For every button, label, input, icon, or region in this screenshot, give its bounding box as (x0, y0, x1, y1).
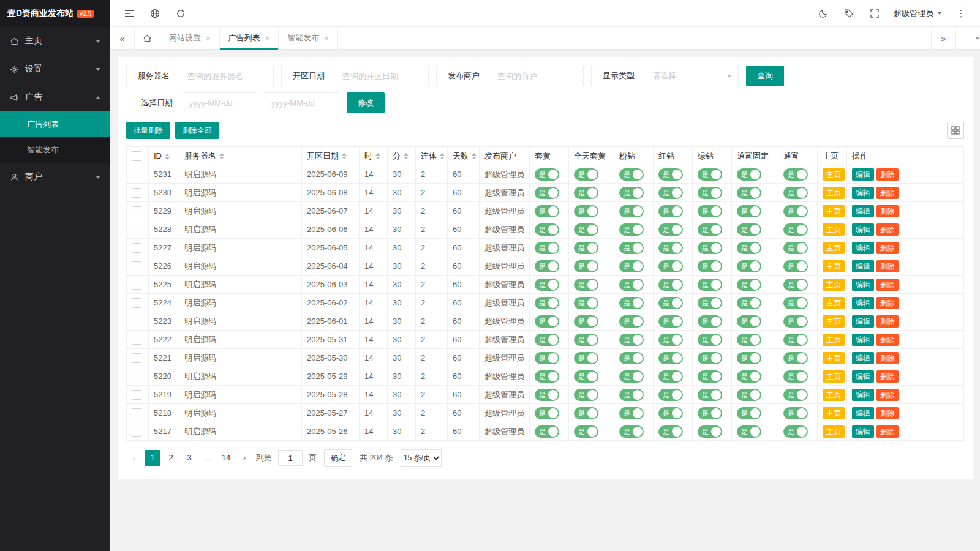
search-button[interactable]: 查询 (746, 66, 784, 86)
sort-icon[interactable] (219, 153, 224, 159)
toggle-switch[interactable]: 是 (574, 242, 598, 254)
pager-page[interactable]: 3 (181, 450, 197, 466)
edit-button[interactable]: 编辑 (852, 279, 874, 291)
edit-button[interactable]: 编辑 (852, 168, 874, 181)
home-page-button[interactable]: 主页 (823, 315, 845, 328)
toggle-switch[interactable]: 是 (619, 315, 644, 328)
column-header[interactable]: 连体 (416, 147, 448, 165)
row-checkbox[interactable] (132, 280, 141, 290)
toggle-switch[interactable]: 是 (783, 370, 808, 383)
sidebar-item-smart-publish[interactable]: 智能发布 (0, 137, 110, 163)
toggle-switch[interactable]: 是 (698, 370, 722, 383)
home-page-button[interactable]: 主页 (823, 407, 845, 419)
goto-page-input[interactable] (278, 450, 303, 466)
toggle-switch[interactable]: 是 (698, 260, 722, 272)
prev-page-icon[interactable]: ‹ (126, 450, 142, 466)
pager-page[interactable]: 14 (218, 450, 234, 466)
toggle-switch[interactable]: 是 (737, 407, 761, 419)
toggle-switch[interactable]: 是 (658, 279, 683, 291)
moon-icon[interactable] (810, 0, 836, 27)
edit-button[interactable]: 编辑 (852, 389, 874, 401)
toggle-switch[interactable]: 是 (658, 242, 683, 254)
toggle-switch[interactable]: 是 (574, 352, 598, 364)
delete-button[interactable]: 删除 (876, 315, 899, 328)
toggle-switch[interactable]: 是 (783, 297, 808, 309)
home-page-button[interactable]: 主页 (823, 334, 845, 346)
toggle-switch[interactable]: 是 (737, 389, 761, 401)
delete-button[interactable]: 删除 (876, 205, 899, 217)
home-page-button[interactable]: 主页 (823, 242, 845, 254)
toggle-switch[interactable]: 是 (783, 242, 808, 254)
toggle-switch[interactable]: 是 (737, 297, 761, 309)
edit-button[interactable]: 编辑 (852, 334, 874, 346)
tag-icon[interactable] (836, 0, 862, 27)
toggle-switch[interactable]: 是 (535, 334, 559, 346)
home-page-button[interactable]: 主页 (823, 187, 845, 199)
column-settings-icon[interactable] (947, 122, 964, 139)
toggle-switch[interactable]: 是 (535, 242, 559, 254)
toggle-switch[interactable]: 是 (574, 407, 598, 419)
delete-button[interactable]: 删除 (876, 223, 899, 236)
toggle-switch[interactable]: 是 (574, 187, 598, 199)
edit-button[interactable]: 编辑 (852, 260, 874, 272)
row-checkbox[interactable] (132, 170, 141, 179)
delete-button[interactable]: 删除 (876, 187, 899, 199)
home-page-button[interactable]: 主页 (823, 389, 845, 401)
toggle-switch[interactable]: 是 (535, 315, 559, 328)
toggle-switch[interactable]: 是 (619, 389, 644, 401)
row-checkbox[interactable] (132, 188, 141, 198)
edit-button[interactable]: 编辑 (852, 187, 874, 199)
toggle-switch[interactable]: 是 (737, 168, 761, 181)
edit-button[interactable]: 编辑 (852, 425, 874, 438)
row-checkbox[interactable] (132, 206, 141, 216)
toggle-switch[interactable]: 是 (698, 389, 722, 401)
delete-button[interactable]: 删除 (876, 370, 899, 383)
toggle-switch[interactable]: 是 (658, 223, 683, 236)
toggle-switch[interactable]: 是 (658, 370, 683, 383)
home-page-button[interactable]: 主页 (823, 352, 845, 364)
toggle-switch[interactable]: 是 (574, 260, 598, 272)
sidebar-item-ads[interactable]: 广告 (0, 83, 110, 111)
toggle-switch[interactable]: 是 (698, 315, 722, 328)
select-all-checkbox[interactable] (132, 151, 141, 161)
edit-button[interactable]: 编辑 (852, 205, 874, 217)
tab-close-icon[interactable]: × (206, 34, 211, 43)
column-header[interactable]: 天数 (448, 147, 480, 165)
toggle-switch[interactable]: 是 (783, 260, 808, 272)
globe-icon[interactable] (142, 0, 168, 27)
toggle-switch[interactable]: 是 (737, 242, 761, 254)
toggle-switch[interactable]: 是 (535, 279, 559, 291)
delete-button[interactable]: 删除 (876, 425, 899, 438)
toggle-switch[interactable]: 是 (574, 425, 598, 438)
toggle-switch[interactable]: 是 (737, 187, 761, 199)
column-header[interactable]: 开区日期 (302, 147, 360, 165)
toggle-switch[interactable]: 是 (619, 260, 644, 272)
toggle-switch[interactable]: 是 (783, 425, 808, 438)
date-end-input[interactable] (265, 92, 339, 113)
toggle-switch[interactable]: 是 (698, 425, 722, 438)
row-checkbox[interactable] (132, 390, 141, 400)
toggle-switch[interactable]: 是 (535, 352, 559, 364)
tab-site-settings[interactable]: 网站设置 × (160, 27, 220, 49)
toggle-switch[interactable]: 是 (574, 315, 598, 328)
delete-button[interactable]: 删除 (876, 279, 899, 291)
toggle-switch[interactable]: 是 (698, 297, 722, 309)
delete-button[interactable]: 删除 (876, 389, 899, 401)
toggle-switch[interactable]: 是 (658, 407, 683, 419)
server-name-input[interactable] (181, 66, 274, 86)
toggle-switch[interactable]: 是 (535, 425, 559, 438)
toggle-switch[interactable]: 是 (658, 187, 683, 199)
toggle-switch[interactable]: 是 (698, 168, 722, 181)
home-page-button[interactable]: 主页 (823, 205, 845, 217)
delete-all-button[interactable]: 删除全部 (175, 122, 219, 139)
tab-ad-list[interactable]: 广告列表 × (220, 27, 279, 49)
row-checkbox[interactable] (132, 298, 141, 308)
toggle-switch[interactable]: 是 (619, 187, 644, 199)
toggle-switch[interactable]: 是 (619, 407, 644, 419)
row-checkbox[interactable] (132, 243, 141, 253)
toggle-switch[interactable]: 是 (658, 389, 683, 401)
pager-page[interactable]: 1 (145, 450, 160, 466)
goto-confirm-button[interactable]: 确定 (324, 449, 352, 467)
home-page-button[interactable]: 主页 (823, 279, 845, 291)
toggle-switch[interactable]: 是 (658, 425, 683, 438)
